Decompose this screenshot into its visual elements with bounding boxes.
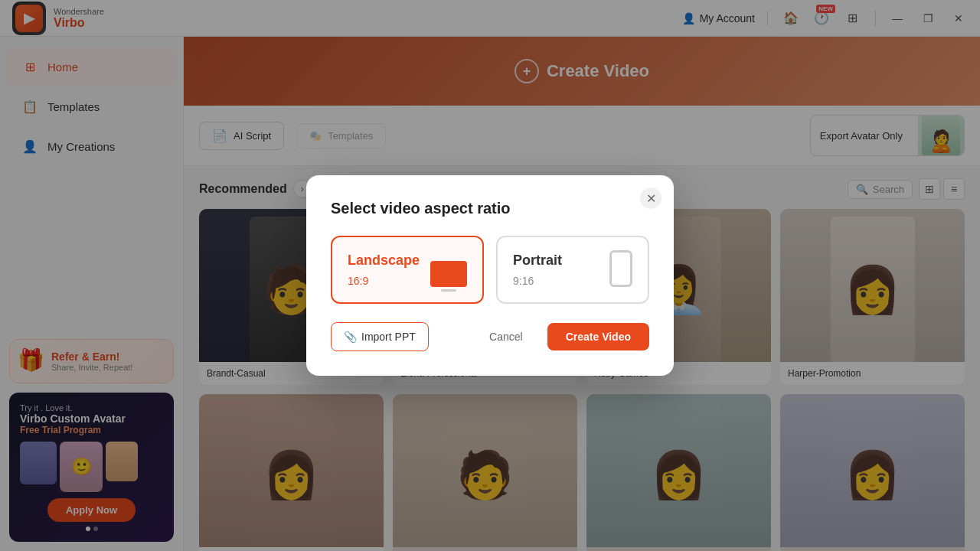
portrait-label: Portrait	[513, 253, 562, 269]
modal-overlay: ✕ Select video aspect ratio Landscape 16…	[0, 0, 980, 551]
modal-close-button[interactable]: ✕	[640, 187, 662, 209]
modal-actions: 📎 Import PPT Cancel Create Video	[331, 322, 649, 351]
portrait-icon	[609, 250, 632, 287]
select-aspect-ratio-modal: ✕ Select video aspect ratio Landscape 16…	[306, 175, 674, 376]
landscape-ratio: 16:9	[348, 275, 368, 287]
create-video-modal-button[interactable]: Create Video	[547, 323, 649, 350]
cancel-button[interactable]: Cancel	[474, 323, 538, 350]
aspect-ratio-options: Landscape 16:9 Portrait 9:16	[331, 236, 649, 304]
landscape-icon	[430, 261, 467, 287]
portrait-option[interactable]: Portrait 9:16	[496, 236, 649, 304]
modal-title: Select video aspect ratio	[331, 200, 649, 217]
landscape-option[interactable]: Landscape 16:9	[331, 236, 484, 304]
import-ppt-label: Import PPT	[361, 331, 416, 343]
portrait-ratio: 9:16	[513, 275, 534, 287]
import-ppt-button[interactable]: 📎 Import PPT	[331, 322, 429, 351]
ppt-icon: 📎	[344, 331, 357, 343]
landscape-label: Landscape	[348, 253, 420, 269]
